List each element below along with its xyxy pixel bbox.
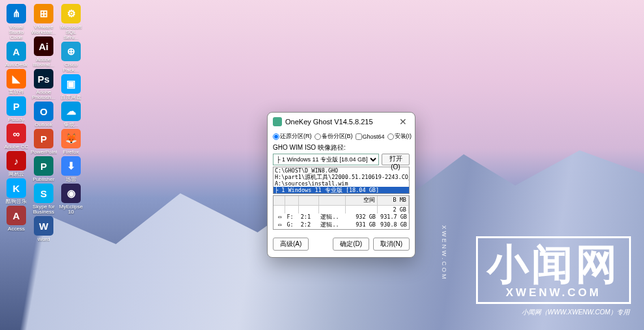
check-ghost64[interactable]: Ghost64: [356, 133, 385, 140]
desktop-icon-access[interactable]: AAccess: [4, 206, 29, 232]
desktop-icon-mssql[interactable]: ⚙Microsoft SQL Serv...: [59, 4, 83, 40]
desktop-icon-cloud[interactable]: ☁集成...: [59, 102, 83, 128]
list-item[interactable]: C:\GHOST\D_WIN8.GHO: [273, 167, 409, 174]
desktop-icon-ai[interactable]: AiAdobe Illustrat...: [31, 36, 56, 68]
desktop-icon-cisco[interactable]: ⊕Cisco Pack...: [59, 42, 83, 73]
list-item[interactable]: H:\part1\源机工具\22000.51.210619-2243.CO_RE…: [273, 174, 409, 180]
desktop-icon-skype[interactable]: SSkype for Business: [31, 184, 56, 215]
desktop-icon-cc[interactable]: ∞Adobe CC: [4, 124, 29, 150]
radio-backup[interactable]: 备份分区(B): [315, 132, 353, 141]
image-list[interactable]: C:\GHOST\D_WIN8.GHOH:\part1\源机工具\22000.5…: [273, 167, 410, 194]
desktop-icon-netease[interactable]: ♪网易云: [4, 151, 29, 177]
desktop-icon-vmware[interactable]: ⊞VMware Workstat...: [31, 4, 56, 35]
list-item[interactable]: A:\sources\install.wim: [273, 180, 409, 187]
desktop-icon-fire[interactable]: ◣某软件: [4, 69, 29, 95]
desktop-icon-word[interactable]: WWord: [31, 216, 56, 242]
desktop-icon-pstudy[interactable]: PPstudy: [4, 96, 29, 122]
image-select[interactable]: ├ 1 Windows 11 专业版 [18.04 GB]: [273, 154, 379, 165]
desktop-icon-firefox[interactable]: 🦊Firefox: [59, 129, 83, 155]
desktop-icon-outlook[interactable]: OOutlook: [31, 102, 56, 128]
watermark-side: XWENW.COM: [441, 225, 447, 281]
desktop-icon-ppt[interactable]: PPowerPoint: [31, 129, 56, 155]
app-icon: [273, 117, 282, 126]
desktop-icon-xunlei[interactable]: ⬇迅雷: [59, 156, 83, 182]
table-row[interactable]: ▭G:2:2逻辑..931 GB930.8 GB: [273, 221, 409, 229]
list-item[interactable]: ├ 2 Windows 11 家庭中文版 [18.12 GB]: [273, 193, 409, 194]
watermark-sub: XWENW.COM: [487, 286, 620, 299]
desktop-icon-vscode[interactable]: ⋔Visual Studio Code: [4, 4, 29, 40]
desktop-icons: ⋔Visual Studio CodeAAutoDesk◣某软件PPstudy∞…: [3, 4, 85, 242]
mode-radios: 还原分区(R) 备份分区(B) Ghost64 安装(I): [273, 132, 410, 141]
watermark-title: 小闻网: [487, 243, 620, 285]
desktop-icon-baidu[interactable]: ▣百度网盘: [59, 74, 83, 100]
watermark-footer: 小闻网（WWW.XWENW.COM）专用: [522, 308, 630, 317]
desktop-icon-autodesk[interactable]: AAutoDesk: [4, 42, 29, 68]
watermark-box: 小闻网 XWENW.COM: [476, 236, 631, 304]
close-icon[interactable]: ✕: [397, 117, 410, 127]
path-label: GHO WIM ISO 映像路径:: [273, 143, 410, 152]
advanced-button[interactable]: 高级(A): [273, 238, 309, 251]
table-row[interactable]: ▭F:2:1逻辑..932 GB931.7 GB: [273, 213, 409, 221]
list-item[interactable]: ├ 1 Windows 11 专业版 [18.04 GB]: [273, 187, 409, 193]
radio-restore[interactable]: 还原分区(R): [273, 132, 312, 141]
desktop-icon-kugou[interactable]: K酷狗音乐: [4, 178, 29, 204]
cancel-button[interactable]: 取消(N): [373, 238, 410, 251]
open-button[interactable]: 打开(O): [382, 154, 410, 165]
desktop-icon-eclipse[interactable]: ◉MyEclipse 10: [59, 184, 83, 215]
onekey-ghost-dialog: OneKey Ghost V14.5.8.215 ✕ 还原分区(R) 备份分区(…: [267, 112, 415, 258]
partition-table[interactable]: 空间 B MB 2 GB ▭F:2:1逻辑..932 GB931.7 GB▭G:…: [273, 195, 410, 230]
desktop-icon-pub[interactable]: PPublisher: [31, 156, 56, 182]
radio-install[interactable]: 安装(I): [387, 132, 412, 141]
title-bar[interactable]: OneKey Ghost V14.5.8.215 ✕: [268, 113, 415, 130]
desktop-icon-ps[interactable]: PsAdobe Photosh...: [31, 69, 56, 100]
ok-button[interactable]: 确定(D): [333, 238, 369, 251]
window-title: OneKey Ghost V14.5.8.215: [285, 118, 397, 126]
